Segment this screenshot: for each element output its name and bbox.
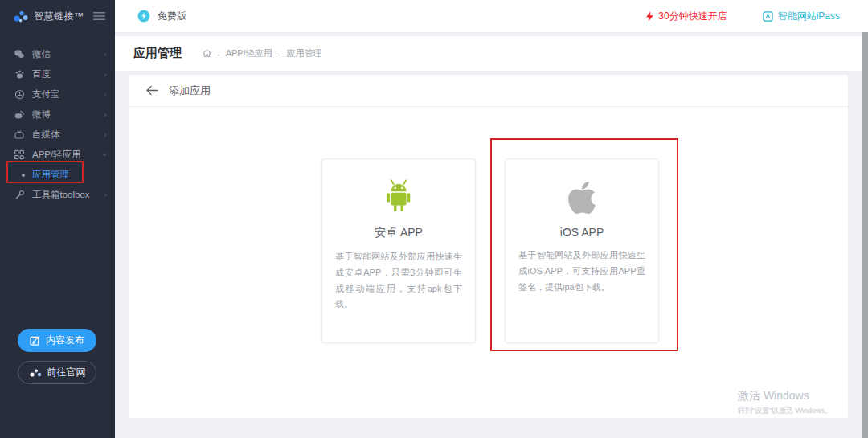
- page-title-bar: 应用管理 - APP/轻应用 - 应用管理: [115, 36, 868, 71]
- sidebar-item-label: 微博: [32, 108, 51, 121]
- breadcrumb-separator: -: [217, 49, 220, 59]
- sidebar-item-wechat[interactable]: 微信: [0, 44, 115, 64]
- sidebar-item-app[interactable]: APP/轻应用: [0, 145, 115, 165]
- chevron-right-icon: [104, 190, 107, 199]
- android-icon: [322, 178, 475, 217]
- wrench-icon: [14, 190, 25, 201]
- sidebar-item-label: 微信: [32, 48, 51, 60]
- back-arrow-icon[interactable]: [145, 85, 158, 96]
- version-label: 免费版: [158, 10, 186, 23]
- goto-website-button[interactable]: 前往官网: [18, 361, 96, 384]
- lightning-icon: [646, 11, 653, 22]
- android-card-title: 安卓 APP: [322, 226, 475, 240]
- main-area: 免费版 30分钟快速开店 智能网站iPass: [115, 0, 868, 438]
- media-tv-icon: [14, 129, 25, 141]
- chevron-down-icon: [101, 154, 110, 157]
- sidebar-item-label: 支付宝: [32, 88, 60, 100]
- panel-header: 添加应用: [129, 75, 848, 107]
- ios-card-description: 基于智能网站及外部应用快速生成iOS APP，可支持应用APP重签名，提供ipa…: [518, 248, 645, 295]
- android-card-description: 基于智能网站及外部应用快速生成安卓APP，只需3分钟即可生成移动端应用，支持ap…: [335, 249, 462, 313]
- android-app-card[interactable]: 安卓 APP 基于智能网站及外部应用快速生成安卓APP，只需3分钟即可生成移动端…: [321, 158, 476, 343]
- content-publish-label: 内容发布: [46, 334, 84, 347]
- chevron-right-icon: [104, 50, 107, 59]
- top-header: 免费版 30分钟快速开店 智能网站iPass: [115, 0, 868, 32]
- apple-icon: [506, 178, 658, 217]
- sidebar-subitem-label: 应用管理: [32, 169, 69, 181]
- ipass-link[interactable]: 智能网站iPass: [763, 10, 840, 23]
- vertical-scrollbar[interactable]: [862, 32, 868, 438]
- baidu-icon: [14, 69, 25, 80]
- breadcrumb-separator: -: [278, 49, 281, 59]
- sidebar-item-alipay[interactable]: 支付宝: [0, 84, 115, 104]
- brand-dots-icon: [29, 368, 42, 378]
- sidebar-item-label: 百度: [32, 68, 51, 80]
- bullet-icon: [22, 174, 25, 177]
- sidebar: 智慧链接™ 微信: [0, 0, 115, 438]
- version-badge[interactable]: 免费版: [137, 10, 186, 23]
- breadcrumb-item-app[interactable]: APP/轻应用: [226, 47, 272, 59]
- ios-card-title: iOS APP: [506, 226, 658, 239]
- sidebar-item-toolbox[interactable]: 工具箱toolbox: [0, 185, 115, 205]
- chevron-right-icon: [104, 110, 107, 119]
- goto-website-label: 前往官网: [47, 366, 86, 379]
- brand-name: 智慧链接™: [34, 10, 84, 23]
- edit-icon: [30, 335, 40, 346]
- chevron-right-icon: [104, 90, 107, 99]
- sidebar-item-media[interactable]: 自媒体: [0, 125, 115, 145]
- sidebar-item-weibo[interactable]: 微博: [0, 104, 115, 125]
- breadcrumb-item-current: 应用管理: [286, 47, 321, 59]
- chevron-right-icon: [104, 70, 107, 79]
- alipay-icon: [14, 89, 25, 100]
- sidebar-item-label: 工具箱toolbox: [32, 189, 90, 201]
- quick-shop-link[interactable]: 30分钟快速开店: [646, 10, 727, 23]
- weibo-icon: [14, 109, 25, 121]
- app-grid-icon: [14, 149, 25, 161]
- page-title: 应用管理: [133, 46, 182, 61]
- sidebar-item-app-management[interactable]: 应用管理: [0, 165, 115, 185]
- add-app-panel: 添加应用 安卓 APP 基于智能网站及外部应用快速生成安卓APP，只需: [129, 75, 848, 418]
- collapse-menu-icon[interactable]: [93, 11, 105, 21]
- quick-shop-label: 30分钟快速开店: [658, 10, 727, 23]
- logo-row: 智慧链接™: [0, 0, 115, 32]
- content-publish-button[interactable]: 内容发布: [18, 329, 96, 352]
- home-icon[interactable]: [203, 49, 211, 58]
- sidebar-item-baidu[interactable]: 百度: [0, 64, 115, 84]
- ipass-label: 智能网站iPass: [778, 10, 840, 23]
- chevron-right-icon: [104, 130, 107, 139]
- brand-logo-icon: [13, 10, 29, 23]
- sidebar-menu: 微信 百度 支付宝: [0, 44, 115, 205]
- panel-title: 添加应用: [169, 84, 211, 98]
- breadcrumb: - APP/轻应用 - 应用管理: [203, 47, 321, 59]
- top-header-right: 30分钟快速开店 智能网站iPass: [646, 10, 840, 23]
- sidebar-item-label: APP/轻应用: [32, 149, 81, 161]
- ios-app-card[interactable]: iOS APP 基于智能网站及外部应用快速生成iOS APP，可支持应用APP重…: [505, 158, 659, 343]
- ipass-icon: [763, 11, 773, 22]
- sidebar-item-label: 自媒体: [32, 129, 60, 141]
- version-badge-icon: [137, 10, 150, 23]
- wechat-icon: [14, 49, 25, 60]
